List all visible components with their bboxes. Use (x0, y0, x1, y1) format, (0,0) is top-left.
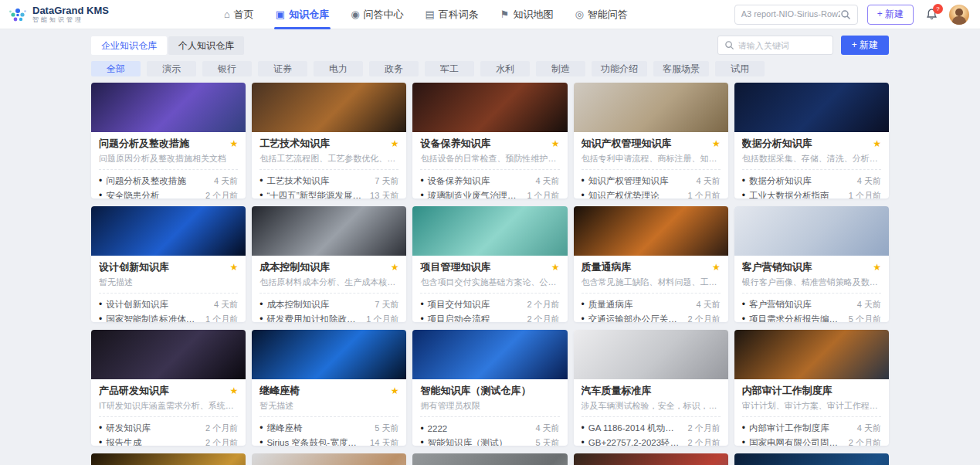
knowledge-card-partial[interactable]: SAFE (412, 453, 567, 465)
filter-pill[interactable]: 证券 (258, 61, 307, 76)
card-doc-row[interactable]: 国家智能制造标准体系建设指南 1 个月前 (99, 312, 238, 322)
workspace-tab[interactable]: 个人知识仓库 (168, 36, 244, 55)
card-doc-row[interactable]: 工业大数据分析指南 1 个月前 (742, 188, 881, 199)
card-doc-row[interactable]: 研发知识库 2 个月前 (99, 421, 238, 436)
card-title: 问题分析及整改措施 (99, 137, 225, 151)
knowledge-card-partial[interactable] (252, 453, 406, 465)
card-doc-row[interactable]: 问题分析及整改措施 4 天前 (99, 174, 238, 188)
knowledge-card-partial[interactable] (574, 453, 728, 465)
knowledge-card[interactable]: 客户营销知识库 ★ 银行客户画像、精准营销策略及数字化渠道管理... 客户营销知… (734, 206, 889, 322)
card-doc-row[interactable]: 国家电网有限公司固定资产管理... 2 个月前 (742, 436, 881, 446)
card-doc-row[interactable]: 设备保养知识库 4 天前 (420, 174, 559, 188)
filter-pill[interactable]: 全部 (91, 61, 141, 76)
card-doc-row[interactable]: 知识产权管理知识库 4 天前 (582, 174, 721, 188)
card-doc-row[interactable]: 客户营销知识库 4 天前 (742, 297, 881, 312)
card-doc-row[interactable]: 智能知识库（测试） 5 天前 (420, 436, 559, 446)
card-doc-row[interactable]: 质量通病库 4 天前 (582, 297, 721, 312)
card-doc-row[interactable]: 项目需求分析报告编制提纲 5 个月前 (742, 312, 881, 322)
knowledge-card-partial[interactable] (91, 453, 246, 465)
card-doc-row[interactable]: 项目启动会流程 2 个月前 (420, 312, 559, 322)
app-logo[interactable]: DataGrand KMS 智能知识管理 (8, 5, 109, 25)
app-header: DataGrand KMS 智能知识管理 ⌂ 首页 ▣ 知识仓库 ◉ 问答中心 … (0, 0, 980, 29)
filter-pill[interactable]: 功能介绍 (592, 61, 647, 76)
favorite-star-icon[interactable]: ★ (551, 138, 560, 149)
card-doc-row[interactable]: “十四五”新型能源发展实施方案 13 天前 (259, 188, 398, 199)
doc-time: 4 天前 (535, 423, 559, 434)
doc-name: 安全隐患分析 (99, 190, 199, 199)
knowledge-card[interactable]: 继峰座椅 ★ 暂无描述 继峰座椅 5 天前 Sirius 窄条鼓包-宽度不均匀 … (252, 330, 406, 446)
knowledge-card[interactable]: 产品研发知识库 ★ IT研发知识库涵盖需求分析、系统设计、编码规... 研发知识… (91, 330, 246, 446)
filter-pill[interactable]: 制造 (536, 61, 585, 76)
card-doc-row[interactable]: 交通运输部办公厅关于2016年下... 2 个月前 (582, 312, 721, 322)
search-icon[interactable] (840, 9, 851, 20)
notification-bell[interactable]: ? (923, 6, 940, 23)
knowledge-card[interactable]: 内部审计工作制度库 ★ 审计计划、审计方案、审计工作程序、审计质量 内部审计工作… (734, 330, 889, 446)
card-doc-row[interactable]: 内部审计工作制度库 4 天前 (742, 421, 881, 436)
knowledge-card[interactable]: 设计创新知识库 ★ 暂无描述 设计创新知识库 4 天前 国家智能制造标准体系建设… (91, 206, 246, 322)
card-doc-row[interactable]: 知识产权优势理论 1 个月前 (582, 188, 721, 199)
card-doc-row[interactable]: GA 1186-2014 机动车安全技术... 2 个月前 (582, 421, 721, 436)
nav-item-smart-qa[interactable]: ◎ 智能问答 (564, 0, 638, 29)
filter-pill[interactable]: 水利 (480, 61, 530, 76)
nav-item-wiki[interactable]: ▤ 百科词条 (414, 0, 489, 29)
card-doc-row[interactable]: 数据分析知识库 4 天前 (742, 174, 881, 188)
card-doc-row[interactable]: 玻璃制造业废气治理工程技术规... 1 个月前 (420, 188, 559, 199)
card-description: 审计计划、审计方案、审计工作程序、审计质量 (742, 400, 881, 417)
filter-pill[interactable]: 试用 (715, 61, 765, 76)
card-doc-row[interactable]: 安全隐患分析 2 个月前 (99, 188, 238, 199)
favorite-star-icon[interactable]: ★ (873, 262, 881, 273)
knowledge-card[interactable]: 项目管理知识库 ★ 包含项目交付实施基础方案论、公司成本、进度... 项目交付知… (412, 206, 567, 322)
favorite-star-icon[interactable]: ★ (391, 385, 399, 396)
knowledge-card-partial[interactable] (734, 453, 889, 465)
filter-pill[interactable]: 客服场景 (653, 61, 709, 76)
favorite-star-icon[interactable]: ★ (229, 262, 238, 273)
card-doc-row[interactable]: 项目交付知识库 2 个月前 (420, 297, 559, 312)
knowledge-card[interactable]: 汽车质量标准库 ★ 涉及车辆测试检验，安全，标识，车辆零部件，... GA 11… (574, 330, 728, 446)
header-search-input[interactable] (741, 10, 840, 19)
user-avatar[interactable] (949, 5, 969, 25)
nav-item-kb[interactable]: ▣ 知识仓库 (265, 0, 340, 29)
card-doc-row[interactable]: Sirius 窄条鼓包-宽度不均匀 14 天前 (259, 436, 398, 446)
knowledge-card[interactable]: 成本控制知识库 ★ 包括原材料成本分析、生产成本核算、成本优化... 成本控制知… (252, 206, 406, 322)
favorite-star-icon[interactable]: ★ (712, 138, 721, 149)
knowledge-card[interactable]: 智能知识库（测试仓库） ★ 拥有管理员权限 2222 4 天前 智能知识库（测试… (412, 330, 567, 446)
nav-item-qa[interactable]: ◉ 问答中心 (340, 0, 414, 29)
filter-pill[interactable]: 军工 (425, 61, 474, 76)
favorite-star-icon[interactable]: ★ (229, 385, 238, 396)
card-doc-row[interactable]: 研发费用加计扣除政策执行指引... 1 个月前 (259, 312, 398, 322)
keyword-search-input[interactable] (738, 41, 826, 50)
workspace-tab[interactable]: 企业知识仓库 (91, 36, 167, 55)
knowledge-card[interactable]: 工艺技术知识库 ★ 包括工艺流程图、工艺参数优化、新材料应用、... 工艺技术知… (252, 83, 406, 199)
nav-item-home[interactable]: ⌂ 首页 (213, 0, 265, 29)
nav-item-map[interactable]: ⚑ 知识地图 (490, 0, 565, 29)
workspace-new-button[interactable]: + 新建 (841, 36, 889, 55)
filter-pill[interactable]: 银行 (202, 61, 252, 76)
favorite-star-icon[interactable]: ★ (229, 138, 238, 149)
favorite-star-icon[interactable]: ★ (391, 138, 399, 149)
knowledge-card[interactable]: 知识产权管理知识库 ★ 包括专利申请流程、商标注册、知识产权保护策... 知识产… (574, 83, 728, 199)
knowledge-card[interactable]: 质量通病库 ★ 包含常见施工缺陷、材料问题、工艺疏漏及整改... 质量通病库 4… (574, 206, 728, 322)
card-doc-row[interactable]: 报告生成 2 个月前 (99, 436, 238, 446)
header-new-button[interactable]: + 新建 (867, 5, 914, 25)
card-cover-image: SAFE (412, 453, 567, 465)
card-doc-row[interactable]: GB+22757.2-2023轻型汽车能源... 2 个月前 (582, 436, 721, 446)
knowledge-card[interactable]: 数据分析知识库 ★ 包括数据采集、存储、清洗、分析和可视化等内... 数据分析知… (734, 83, 889, 199)
card-title: 知识产权管理知识库 (582, 137, 707, 151)
filter-pill[interactable]: 电力 (314, 61, 363, 76)
doc-time: 2 个月前 (527, 299, 559, 311)
doc-name: 玻璃制造业废气治理工程技术规... (420, 190, 521, 199)
favorite-star-icon[interactable]: ★ (391, 262, 399, 273)
favorite-star-icon[interactable]: ★ (873, 138, 881, 149)
knowledge-card[interactable]: 问题分析及整改措施 ★ 问题原因分析及整改措施相关文档 问题分析及整改措施 4 … (91, 83, 246, 199)
favorite-star-icon[interactable]: ★ (712, 262, 721, 273)
card-doc-row[interactable]: 成本控制知识库 7 天前 (259, 297, 398, 312)
favorite-star-icon[interactable]: ★ (551, 262, 560, 273)
doc-name: 内部审计工作制度库 (742, 423, 851, 434)
card-doc-row[interactable]: 设计创新知识库 4 天前 (99, 297, 238, 312)
card-doc-row[interactable]: 2222 4 天前 (420, 421, 559, 436)
card-doc-row[interactable]: 继峰座椅 5 天前 (259, 421, 398, 436)
knowledge-card[interactable]: 设备保养知识库 ★ 包括设备的日常检查、预防性维护计划、故障诊... 设备保养知… (412, 83, 567, 199)
filter-pill[interactable]: 演示 (147, 61, 196, 76)
card-doc-row[interactable]: 工艺技术知识库 7 天前 (259, 174, 398, 188)
filter-pill[interactable]: 政务 (369, 61, 419, 76)
